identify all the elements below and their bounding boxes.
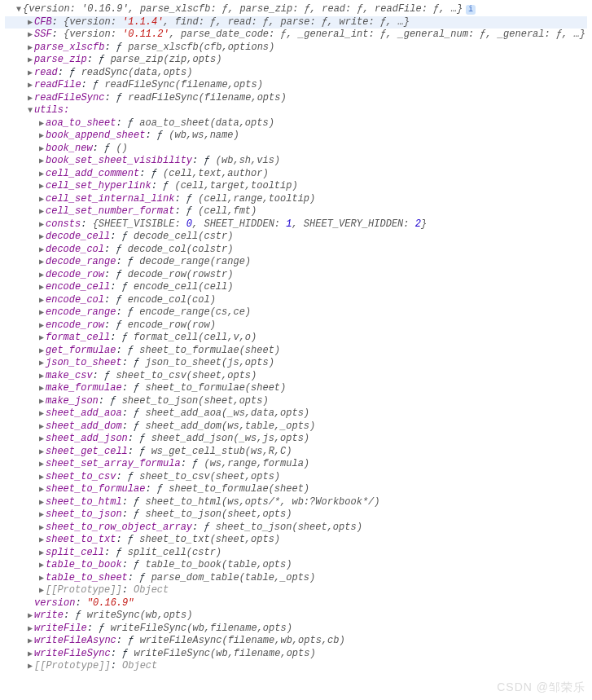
chevron-right-icon[interactable]	[37, 420, 46, 434]
chevron-right-icon[interactable]	[37, 306, 46, 319]
chevron-right-icon[interactable]	[26, 16, 34, 29]
chevron-right-icon[interactable]	[26, 79, 34, 92]
tree-row[interactable]: decode_row: ƒ decode_row(rowstr)	[5, 269, 587, 282]
tree-row[interactable]: sheet_to_json: ƒ sheet_to_json(sheet,opt…	[5, 508, 587, 522]
chevron-right-icon[interactable]	[37, 395, 46, 408]
chevron-right-icon[interactable]	[37, 407, 46, 420]
tree-row[interactable]: sheet_add_dom: ƒ sheet_add_dom(ws,table,…	[5, 420, 587, 434]
tree-row[interactable]: aoa_to_sheet: ƒ aoa_to_sheet(data,opts)	[5, 117, 587, 130]
chevron-right-icon[interactable]	[37, 319, 46, 332]
chevron-right-icon[interactable]	[37, 193, 46, 206]
tree-row[interactable]: sheet_set_array_formula: ƒ (ws,range,for…	[5, 458, 587, 471]
tree-row[interactable]: cell_set_hyperlink: ƒ (cell,target,toolt…	[5, 180, 587, 193]
tree-row[interactable]: sheet_add_json: ƒ sheet_add_json(_ws,js,…	[5, 433, 587, 446]
chevron-right-icon[interactable]	[37, 496, 46, 509]
tree-row[interactable]: readFile: ƒ readFileSync(filename,opts)	[5, 79, 587, 92]
chevron-right-icon[interactable]	[26, 623, 34, 636]
tree-row[interactable]: parse_xlscfb: ƒ parse_xlscfb(cfb,options…	[5, 42, 587, 55]
chevron-right-icon[interactable]	[37, 483, 46, 496]
tree-row[interactable]: CFB: {version: '1.1.4', find: ƒ, read: ƒ…	[5, 16, 587, 29]
chevron-right-icon[interactable]	[37, 180, 46, 193]
tree-row[interactable]: format_cell: ƒ format_cell(cell,v,o)	[5, 332, 587, 345]
tree-row[interactable]: cell_set_internal_link: ƒ (cell,range,to…	[5, 193, 587, 206]
tree-row[interactable]: write: ƒ writeSync(wb,opts)	[5, 610, 587, 623]
tree-row[interactable]: writeFileAsync: ƒ writeFileAsync(filenam…	[5, 635, 587, 648]
tree-row[interactable]: make_csv: ƒ sheet_to_csv(sheet,opts)	[5, 370, 587, 383]
chevron-right-icon[interactable]	[37, 281, 46, 294]
tree-row[interactable]: [[Prototype]]: Object	[5, 584, 587, 597]
chevron-right-icon[interactable]	[37, 522, 46, 535]
chevron-right-icon[interactable]	[26, 67, 34, 80]
chevron-right-icon[interactable]	[37, 370, 46, 383]
chevron-right-icon[interactable]	[37, 256, 46, 269]
chevron-right-icon[interactable]	[37, 559, 46, 572]
tree-row[interactable]: split_cell: ƒ split_cell(cstr)	[5, 547, 587, 560]
chevron-right-icon[interactable]	[37, 218, 46, 231]
tree-row[interactable]: sheet_to_html: ƒ sheet_to_html(ws,opts/*…	[5, 496, 587, 509]
chevron-right-icon[interactable]	[26, 29, 34, 42]
tree-row[interactable]: sheet_to_row_object_array: ƒ sheet_to_js…	[5, 522, 587, 535]
chevron-right-icon[interactable]	[37, 458, 46, 471]
chevron-down-icon[interactable]	[15, 3, 23, 16]
tree-row[interactable]: readFileSync: ƒ readFileSync(filename,op…	[5, 92, 587, 105]
tree-row[interactable]: version: "0.16.9"	[5, 597, 587, 610]
tree-row[interactable]: make_json: ƒ sheet_to_json(sheet,opts)	[5, 395, 587, 408]
tree-row[interactable]: book_append_sheet: ƒ (wb,ws,name)	[5, 130, 587, 143]
tree-row[interactable]: decode_cell: ƒ decode_cell(cstr)	[5, 231, 587, 244]
tree-row[interactable]: sheet_to_csv: ƒ sheet_to_csv(sheet,opts)	[5, 471, 587, 484]
tree-row[interactable]: get_formulae: ƒ sheet_to_formulae(sheet)	[5, 345, 587, 358]
chevron-right-icon[interactable]	[26, 635, 34, 648]
tree-row[interactable]: decode_range: ƒ decode_range(range)	[5, 256, 587, 269]
info-icon[interactable]: i	[466, 5, 476, 15]
tree-row[interactable]: SSF: {version: '0.11.2', parse_date_code…	[5, 29, 587, 42]
tree-row[interactable]: sheet_to_formulae: ƒ sheet_to_formulae(s…	[5, 483, 587, 496]
chevron-right-icon[interactable]	[37, 205, 46, 218]
tree-row[interactable]: read: ƒ readSync(data,opts)	[5, 67, 587, 80]
tree-row[interactable]: parse_zip: ƒ parse_zip(zip,opts)	[5, 54, 587, 67]
tree-row[interactable]: [[Prototype]]: Object	[5, 660, 587, 673]
chevron-right-icon[interactable]	[37, 345, 46, 358]
chevron-right-icon[interactable]	[37, 269, 46, 282]
tree-row[interactable]: make_formulae: ƒ sheet_to_formulae(sheet…	[5, 382, 587, 395]
chevron-right-icon[interactable]	[37, 471, 46, 484]
tree-row[interactable]: table_to_book: ƒ table_to_book(table,opt…	[5, 559, 587, 572]
chevron-right-icon[interactable]	[37, 143, 46, 156]
chevron-right-icon[interactable]	[37, 244, 46, 257]
tree-row[interactable]: cell_set_number_format: ƒ (cell,fmt)	[5, 205, 587, 218]
tree-row[interactable]: writeFile: ƒ writeFileSync(wb,filename,o…	[5, 623, 587, 636]
tree-row[interactable]: decode_col: ƒ decode_col(colstr)	[5, 244, 587, 257]
chevron-right-icon[interactable]	[26, 42, 34, 55]
chevron-right-icon[interactable]	[37, 357, 46, 370]
tree-row[interactable]: book_new: ƒ ()	[5, 143, 587, 156]
chevron-right-icon[interactable]	[37, 433, 46, 446]
chevron-right-icon[interactable]	[37, 534, 46, 547]
tree-root-row[interactable]: {version: '0.16.9', parse_xlscfb: ƒ, par…	[5, 3, 587, 16]
chevron-right-icon[interactable]	[37, 168, 46, 181]
tree-row[interactable]: cell_add_comment: ƒ (cell,text,author)	[5, 168, 587, 181]
tree-row[interactable]: sheet_add_aoa: ƒ sheet_add_aoa(_ws,data,…	[5, 407, 587, 420]
tree-row[interactable]: encode_row: ƒ encode_row(row)	[5, 319, 587, 332]
chevron-right-icon[interactable]	[37, 446, 46, 459]
tree-row[interactable]: json_to_sheet: ƒ json_to_sheet(js,opts)	[5, 357, 587, 370]
chevron-right-icon[interactable]	[26, 92, 34, 105]
tree-row[interactable]: book_set_sheet_visibility: ƒ (wb,sh,vis)	[5, 155, 587, 168]
tree-row[interactable]: sheet_get_cell: ƒ ws_get_cell_stub(ws,R,…	[5, 446, 587, 459]
tree-row[interactable]: table_to_sheet: ƒ parse_dom_table(table,…	[5, 572, 587, 585]
tree-row[interactable]: encode_range: ƒ encode_range(cs,ce)	[5, 306, 587, 319]
tree-row[interactable]: encode_col: ƒ encode_col(col)	[5, 294, 587, 307]
tree-row-utils[interactable]: utils:	[5, 104, 587, 117]
chevron-right-icon[interactable]	[37, 572, 46, 585]
chevron-right-icon[interactable]	[37, 508, 46, 522]
tree-row[interactable]: encode_cell: ƒ encode_cell(cell)	[5, 281, 587, 294]
chevron-right-icon[interactable]	[26, 660, 34, 673]
chevron-right-icon[interactable]	[37, 584, 46, 597]
tree-row[interactable]: consts: {SHEET_VISIBLE: 0, SHEET_HIDDEN:…	[5, 218, 587, 231]
chevron-right-icon[interactable]	[37, 382, 46, 395]
chevron-right-icon[interactable]	[37, 294, 46, 307]
tree-row[interactable]: writeFileSync: ƒ writeFileSync(wb,filena…	[5, 648, 587, 661]
chevron-right-icon[interactable]	[26, 610, 34, 623]
chevron-right-icon[interactable]	[37, 130, 46, 143]
chevron-right-icon[interactable]	[37, 231, 46, 244]
chevron-right-icon[interactable]	[37, 155, 46, 168]
chevron-right-icon[interactable]	[37, 332, 46, 345]
